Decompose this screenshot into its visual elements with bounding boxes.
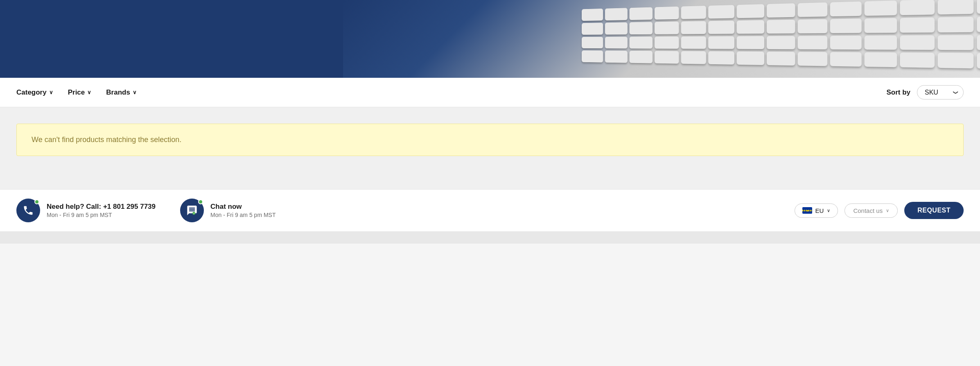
key bbox=[605, 8, 627, 20]
key bbox=[582, 23, 603, 34]
key bbox=[737, 52, 764, 65]
key bbox=[655, 21, 679, 34]
key bbox=[629, 22, 653, 34]
main-content: We can't find products matching the sele… bbox=[0, 107, 980, 189]
key bbox=[864, 0, 897, 16]
phone-hours: Mon - Fri 9 am 5 pm MST bbox=[47, 212, 156, 218]
key bbox=[681, 21, 706, 34]
contact-us-button[interactable]: Contact us ∨ bbox=[845, 203, 898, 218]
keyboard-visual bbox=[576, 0, 980, 78]
category-filter-label: Category bbox=[16, 88, 47, 97]
key bbox=[977, 0, 980, 14]
no-results-text: We can't find products matching the sele… bbox=[32, 136, 181, 144]
region-label: EU bbox=[815, 207, 824, 214]
key bbox=[681, 51, 706, 64]
phone-icon-wrap bbox=[16, 199, 40, 222]
hero-banner bbox=[0, 0, 980, 78]
footer-right-actions: ★★★★★★★★★★★★ EU ∨ Contact us ∨ REQUEST bbox=[795, 202, 964, 219]
sort-wrapper: SKU Price Name Newest bbox=[917, 85, 964, 99]
key bbox=[797, 52, 827, 66]
phone-contact-text: Need help? Call: +1 801 295 7739 Mon - F… bbox=[47, 203, 156, 218]
key bbox=[797, 2, 827, 17]
key bbox=[900, 35, 934, 50]
key bbox=[977, 53, 980, 69]
key bbox=[830, 52, 861, 67]
eu-flag-icon: ★★★★★★★★★★★★ bbox=[802, 207, 812, 214]
bottom-strip bbox=[0, 231, 980, 244]
key bbox=[655, 51, 679, 64]
chat-label: Chat now bbox=[210, 203, 275, 211]
key bbox=[737, 20, 764, 34]
sort-section: Sort by SKU Price Name Newest bbox=[886, 85, 964, 99]
category-chevron-icon: ∨ bbox=[49, 89, 53, 95]
footer-bar: Need help? Call: +1 801 295 7739 Mon - F… bbox=[0, 189, 980, 231]
chat-icon bbox=[186, 205, 198, 216]
chat-online-dot bbox=[198, 199, 203, 204]
key bbox=[797, 36, 827, 50]
key bbox=[937, 35, 973, 50]
key bbox=[708, 36, 734, 49]
key bbox=[766, 36, 795, 49]
footer-contact-items: Need help? Call: +1 801 295 7739 Mon - F… bbox=[16, 199, 275, 222]
key bbox=[629, 7, 653, 20]
brands-filter-button[interactable]: Brands ∨ bbox=[106, 88, 137, 97]
contact-us-label: Contact us bbox=[853, 207, 883, 214]
phone-online-dot bbox=[34, 199, 39, 204]
phone-label: Need help? Call: +1 801 295 7739 bbox=[47, 203, 156, 211]
key bbox=[681, 36, 706, 49]
key bbox=[582, 9, 603, 21]
key bbox=[900, 17, 934, 32]
price-filter-label: Price bbox=[68, 88, 85, 97]
chat-icon-wrap bbox=[180, 199, 204, 222]
key bbox=[766, 3, 795, 18]
key bbox=[737, 36, 764, 50]
price-filter-button[interactable]: Price ∨ bbox=[68, 88, 92, 97]
key bbox=[830, 35, 861, 50]
key bbox=[629, 36, 653, 49]
key bbox=[864, 52, 897, 67]
key bbox=[629, 51, 653, 63]
key bbox=[708, 51, 734, 64]
phone-contact-item: Need help? Call: +1 801 295 7739 Mon - F… bbox=[16, 199, 156, 222]
chat-contact-text: Chat now Mon - Fri 9 am 5 pm MST bbox=[210, 203, 275, 218]
contact-us-chevron-icon: ∨ bbox=[886, 208, 889, 213]
key bbox=[937, 17, 973, 32]
sort-select[interactable]: SKU Price Name Newest bbox=[917, 85, 964, 99]
key bbox=[977, 16, 980, 32]
request-label: REQUEST bbox=[917, 207, 951, 214]
phone-icon bbox=[23, 205, 34, 216]
request-button[interactable]: REQUEST bbox=[904, 202, 964, 219]
region-selector-button[interactable]: ★★★★★★★★★★★★ EU ∨ bbox=[795, 203, 838, 218]
key bbox=[582, 37, 603, 49]
category-filter-button[interactable]: Category ∨ bbox=[16, 88, 53, 97]
region-chevron-icon: ∨ bbox=[827, 208, 830, 213]
key bbox=[830, 2, 861, 16]
key bbox=[864, 35, 897, 50]
key bbox=[737, 4, 764, 18]
key bbox=[937, 53, 973, 68]
key bbox=[900, 0, 934, 15]
key bbox=[864, 18, 897, 33]
key bbox=[977, 35, 980, 51]
key bbox=[830, 18, 861, 33]
key bbox=[605, 22, 627, 34]
chat-contact-item: Chat now Mon - Fri 9 am 5 pm MST bbox=[180, 199, 275, 222]
key bbox=[766, 20, 795, 34]
key bbox=[605, 51, 627, 63]
price-chevron-icon: ∨ bbox=[87, 89, 91, 95]
filter-options: Category ∨ Price ∨ Brands ∨ bbox=[16, 88, 137, 97]
key bbox=[681, 6, 706, 19]
filter-bar: Category ∨ Price ∨ Brands ∨ Sort by SKU … bbox=[0, 78, 980, 107]
key bbox=[937, 0, 973, 14]
key bbox=[797, 19, 827, 33]
key bbox=[708, 5, 734, 18]
key bbox=[655, 7, 679, 20]
brands-chevron-icon: ∨ bbox=[133, 89, 137, 95]
key bbox=[708, 20, 734, 34]
hero-keyboard-image bbox=[343, 0, 980, 78]
chat-hours: Mon - Fri 9 am 5 pm MST bbox=[210, 212, 275, 218]
key bbox=[655, 36, 679, 49]
no-results-message: We can't find products matching the sele… bbox=[16, 124, 964, 156]
svg-point-0 bbox=[192, 212, 195, 215]
brands-filter-label: Brands bbox=[106, 88, 130, 97]
